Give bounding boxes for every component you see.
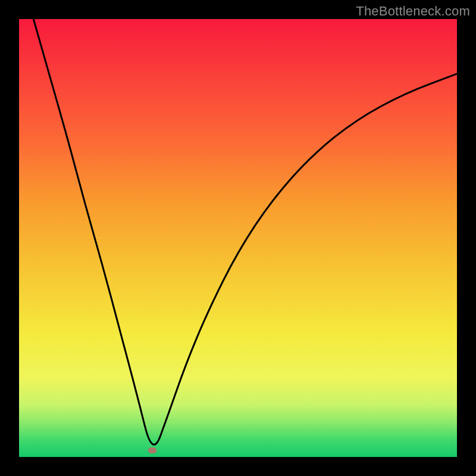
chart-frame: TheBottleneck.com — [0, 0, 476, 476]
chart-plot-area — [19, 19, 457, 457]
bottleneck-curve — [19, 19, 457, 457]
minimum-marker — [148, 447, 156, 453]
watermark-text: TheBottleneck.com — [356, 4, 470, 19]
